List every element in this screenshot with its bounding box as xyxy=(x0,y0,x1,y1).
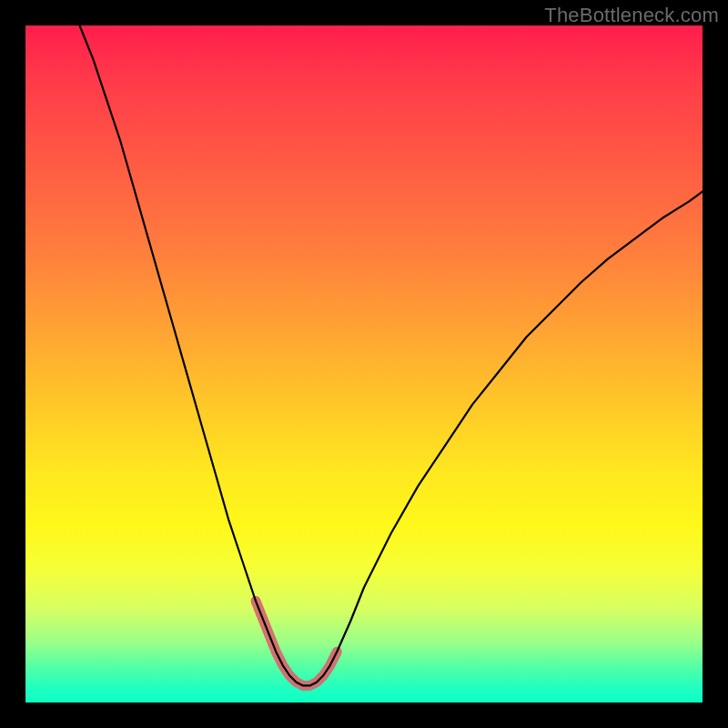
curve-svg xyxy=(25,25,703,703)
watermark-text: TheBottleneck.com xyxy=(544,4,719,27)
plot-area xyxy=(25,25,703,703)
chart-frame: TheBottleneck.com xyxy=(0,0,728,728)
curve-line xyxy=(80,25,703,685)
